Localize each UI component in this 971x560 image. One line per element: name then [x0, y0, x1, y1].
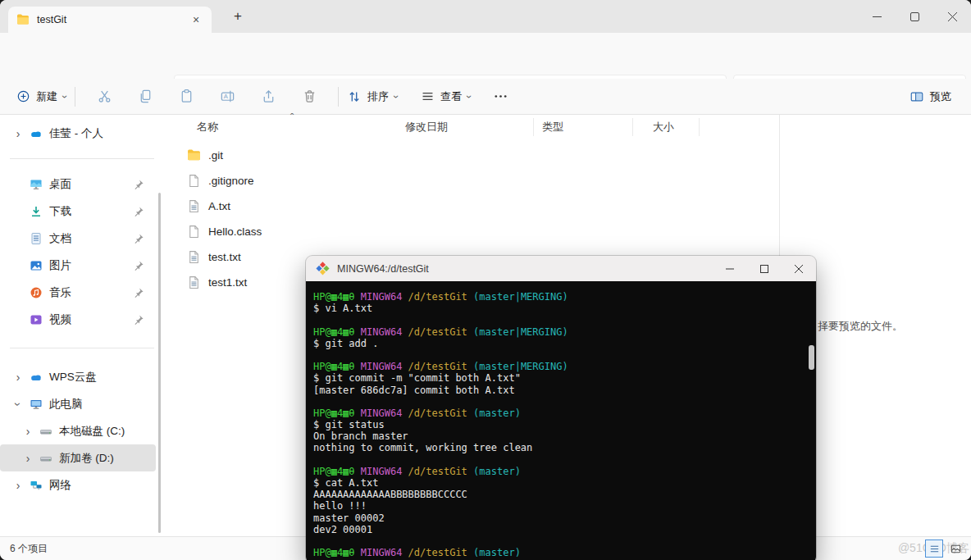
- sidebar-item[interactable]: ›此电脑: [0, 390, 156, 417]
- maximize-button[interactable]: [896, 0, 933, 33]
- new-button[interactable]: 新建 ›: [16, 89, 66, 104]
- chevron-down-icon[interactable]: ›: [11, 398, 25, 411]
- sidebar-item-label: 新加卷 (D:): [59, 451, 114, 466]
- details-view-icon: [928, 543, 941, 555]
- sidebar-item[interactable]: ›网络: [0, 471, 156, 499]
- terminal-line: $ git commit -m "commit both A.txt": [313, 372, 816, 384]
- more-button[interactable]: [486, 83, 515, 111]
- sidebar-item[interactable]: 视频: [0, 306, 156, 333]
- view-lines-icon: [421, 89, 435, 103]
- details-view-button[interactable]: [925, 540, 943, 558]
- copy-button[interactable]: [130, 83, 160, 111]
- sidebar-item[interactable]: ›本地磁盘 (C:): [0, 417, 156, 444]
- terminal-line: hello !!!: [313, 500, 816, 512]
- preview-toggle-button[interactable]: 预览: [909, 89, 951, 104]
- chevron-right-icon[interactable]: ›: [11, 127, 25, 140]
- folder-icon: [16, 13, 30, 26]
- window-controls: [858, 0, 971, 33]
- column-header[interactable]: 类型: [533, 118, 632, 136]
- terminal-line: [master 686dc7a] commit both A.txt: [313, 385, 816, 396]
- copy-icon: [138, 89, 153, 104]
- terminal-body[interactable]: HP@▦4▦θ MINGW64 /d/testGit (master|MERGI…: [306, 281, 816, 560]
- terminal-scrollbar-thumb[interactable]: [809, 345, 814, 370]
- paste-button[interactable]: [171, 83, 201, 111]
- terminal-close-button[interactable]: [782, 256, 816, 281]
- terminal-line: $ vi A.txt: [313, 303, 816, 314]
- file-name: A.txt: [208, 200, 230, 212]
- thumbnail-view-button[interactable]: [946, 540, 964, 558]
- tab-close-icon[interactable]: ×: [189, 13, 203, 26]
- sidebar-item-label: 文档: [49, 231, 71, 246]
- terminal-line: $ git status: [313, 419, 816, 430]
- sidebar-item[interactable]: 桌面: [0, 171, 156, 198]
- minimize-button[interactable]: [858, 0, 896, 33]
- terminal-title: MINGW64:/d/testGit: [337, 263, 713, 275]
- terminal-line: HP@▦4▦θ MINGW64 /d/testGit (master|MERGI…: [313, 361, 816, 372]
- close-button[interactable]: [933, 0, 971, 33]
- view-button[interactable]: 查看 ›: [421, 89, 471, 104]
- terminal-title-bar[interactable]: MINGW64:/d/testGit: [306, 256, 816, 281]
- file-row[interactable]: .gitignore: [172, 168, 779, 193]
- new-tab-button[interactable]: +: [226, 5, 249, 28]
- preview-button-label: 预览: [930, 89, 951, 104]
- scissors-icon: [97, 89, 112, 104]
- chevron-right-icon[interactable]: ›: [11, 371, 25, 384]
- plus-circle-icon: [16, 89, 30, 103]
- sidebar-item-label: WPS云盘: [49, 370, 97, 385]
- file-icon: [187, 199, 201, 213]
- delete-button[interactable]: [294, 83, 324, 111]
- cut-button[interactable]: [89, 83, 119, 111]
- network-icon: [30, 479, 43, 492]
- pictures-icon: [30, 259, 43, 272]
- sidebar-item[interactable]: ›新加卷 (D:): [0, 444, 156, 471]
- sidebar-item-label: 本地磁盘 (C:): [59, 424, 125, 439]
- mingw64-terminal-window: MINGW64:/d/testGit HP@▦4▦θ MINGW64 /d/te…: [306, 256, 816, 560]
- download-icon: [30, 205, 43, 218]
- terminal-line: On branch master: [313, 430, 816, 442]
- terminal-maximize-button[interactable]: [747, 256, 782, 281]
- sidebar-item[interactable]: 图片: [0, 252, 156, 279]
- tab-testgit[interactable]: testGit ×: [8, 7, 212, 33]
- navigation-pane: ›佳莹 - 个人桌面下载文档图片音乐视频›WPS云盘›此电脑›本地磁盘 (C:)…: [0, 115, 164, 537]
- terminal-line: $ cat A.txt: [313, 477, 816, 489]
- chevron-right-icon[interactable]: ›: [11, 479, 25, 492]
- terminal-line: dev2 00001: [313, 524, 816, 535]
- rename-icon: A: [220, 89, 235, 104]
- column-header-row: ˆ 名称修改日期类型大小: [172, 115, 779, 139]
- file-icon: [187, 225, 201, 239]
- chevron-right-icon[interactable]: ›: [21, 452, 34, 465]
- file-row[interactable]: .git: [172, 143, 779, 168]
- sidebar-item[interactable]: ›WPS云盘: [0, 363, 156, 390]
- rename-button[interactable]: A: [212, 83, 242, 111]
- terminal-line: HP@▦4▦θ MINGW64 /d/testGit (master|MERGI…: [313, 291, 816, 303]
- sidebar-item[interactable]: 文档: [0, 225, 156, 252]
- sidebar-item-label: 桌面: [49, 177, 71, 192]
- terminal-minimize-button[interactable]: [713, 256, 747, 281]
- column-header[interactable]: 大小: [632, 118, 700, 136]
- view-button-label: 查看: [440, 89, 462, 104]
- sidebar-item[interactable]: ›佳莹 - 个人: [0, 120, 156, 147]
- sidebar-item-label: 下载: [49, 204, 71, 219]
- sidebar-item[interactable]: 音乐: [0, 279, 156, 306]
- sidebar-item-label: 此电脑: [49, 397, 83, 412]
- sidebar-scrollbar[interactable]: [158, 193, 161, 533]
- wps-icon: [30, 371, 43, 384]
- terminal-line: [313, 314, 816, 326]
- sidebar-item[interactable]: 下载: [0, 198, 156, 225]
- file-name: test.txt: [208, 251, 241, 263]
- share-button[interactable]: [253, 83, 283, 111]
- sort-button[interactable]: 排序 ›: [347, 89, 398, 104]
- preview-pane-message: 择要预览的文件。: [818, 319, 903, 334]
- share-icon: [261, 89, 276, 104]
- items-count: 6 个项目: [10, 542, 48, 556]
- navigation-bar: ← → ↑ ↻ › 此电脑›新加卷 (D:)›testGit›: [0, 33, 971, 79]
- file-row[interactable]: A.txt: [172, 193, 779, 219]
- disk-icon: [39, 452, 52, 465]
- pin-icon: [133, 260, 144, 271]
- column-header[interactable]: 名称: [197, 118, 402, 136]
- file-row[interactable]: Hello.class: [172, 219, 779, 244]
- chevron-right-icon[interactable]: ›: [21, 425, 34, 438]
- column-header[interactable]: 修改日期: [402, 118, 533, 136]
- sidebar-item-label: 网络: [49, 478, 71, 493]
- file-explorer-window: testGit × + ← → ↑ ↻ › 此电脑›新加卷 (D:)›testG…: [0, 0, 971, 560]
